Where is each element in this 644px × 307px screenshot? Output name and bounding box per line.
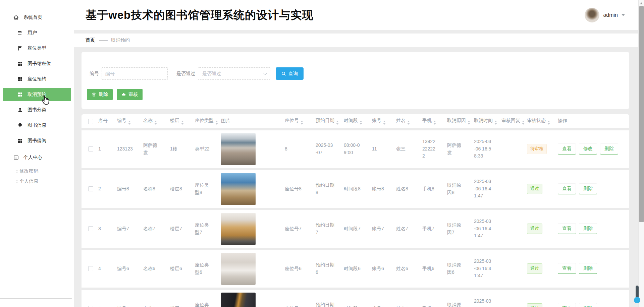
main-content: 基于web技术的图书馆管理系统的设计与实现 admin 首页 —— 取消预约 编… bbox=[74, 0, 638, 307]
sidebar-item-book-category[interactable]: 图书分类 bbox=[3, 103, 71, 117]
delete-row-button[interactable]: 删除 bbox=[579, 303, 597, 307]
seat-image[interactable] bbox=[221, 253, 256, 285]
cell-reason: 取消原因6 bbox=[445, 249, 472, 289]
sidebar-item-personal-center[interactable]: 个人中心 bbox=[3, 151, 71, 164]
vertical-scrollbar[interactable] bbox=[638, 0, 644, 307]
seat-image[interactable] bbox=[221, 173, 256, 205]
scrollbar-thumb[interactable] bbox=[639, 6, 644, 222]
delete-row-button[interactable]: 删除 bbox=[579, 223, 597, 234]
cell-number: 编号6 bbox=[115, 249, 141, 289]
cell-name: 名称6 bbox=[141, 249, 168, 289]
view-row-button[interactable]: 查看 bbox=[558, 263, 576, 274]
sidebar-item-label: 系统首页 bbox=[23, 14, 42, 20]
col-header-label: 操作 bbox=[558, 118, 567, 123]
user-menu[interactable]: admin bbox=[585, 8, 625, 22]
sidebar-item-seat-reservation[interactable]: 座位预约 bbox=[3, 72, 71, 86]
row-checkbox[interactable] bbox=[88, 146, 93, 151]
view-row-button[interactable]: 查看 bbox=[558, 143, 576, 155]
edit-row-button[interactable]: 修改 bbox=[579, 143, 597, 155]
sort-icon[interactable] bbox=[128, 121, 131, 125]
sort-icon[interactable] bbox=[407, 121, 410, 125]
cell-reason: 取消原因7 bbox=[445, 209, 472, 249]
seat-image[interactable] bbox=[221, 293, 256, 307]
sort-icon[interactable] bbox=[360, 121, 362, 125]
col-header-cancel_time: 取消时间 bbox=[472, 114, 499, 129]
sort-icon[interactable] bbox=[336, 121, 339, 125]
seat-image[interactable] bbox=[221, 213, 256, 245]
sort-icon[interactable] bbox=[547, 121, 550, 125]
sidebar-item-home[interactable]: 系统首页 bbox=[3, 11, 71, 24]
cell-status: 待审核 bbox=[525, 129, 556, 169]
cell-image bbox=[219, 289, 283, 307]
cell-select bbox=[82, 289, 96, 307]
col-header-label: 时间段 bbox=[344, 118, 358, 123]
col-header-phone: 手机 bbox=[420, 114, 445, 129]
sort-icon[interactable] bbox=[215, 121, 218, 125]
breadcrumb-home[interactable]: 首页 bbox=[86, 37, 95, 43]
cell-cancel_time: 2025-03-06 16:41:47 bbox=[472, 169, 499, 209]
cell-phone: 手机8 bbox=[420, 169, 445, 209]
audit-button[interactable]: 审核 bbox=[117, 89, 143, 100]
sidebar-item-book-borrow[interactable]: 图书借阅 bbox=[3, 134, 71, 147]
sort-icon[interactable] bbox=[494, 121, 497, 125]
scroll-up-arrow-icon[interactable] bbox=[640, 2, 643, 4]
audit-button-label: 审核 bbox=[128, 91, 138, 98]
col-header-label: 座位类型 bbox=[195, 118, 214, 123]
cell-reply bbox=[499, 209, 525, 249]
view-row-button[interactable]: 查看 bbox=[558, 303, 576, 307]
sidebar-item-users[interactable]: 用户 bbox=[3, 26, 71, 40]
avatar[interactable] bbox=[585, 8, 599, 22]
sidebar-item-library-seats[interactable]: 图书馆座位 bbox=[3, 57, 71, 70]
cell-status: 通过 bbox=[525, 169, 556, 209]
cell-index: 2 bbox=[96, 169, 115, 209]
delete-row-button[interactable]: 删除 bbox=[579, 183, 597, 194]
table-header-row: 序号编号名称楼层座位类型图片座位号预约日期时间段账号姓名手机取消原因取消时间审核… bbox=[82, 114, 629, 129]
cell-date: 预约日期7 bbox=[314, 209, 342, 249]
sidebar-item-book-info[interactable]: 图书信息 bbox=[3, 119, 71, 132]
sidebar-scrollbar[interactable] bbox=[0, 298, 72, 299]
cell-cancel_time: 2025-03-06 16:41:47 bbox=[472, 249, 499, 289]
sort-icon[interactable] bbox=[468, 121, 470, 125]
cell-seat_no: 8 bbox=[283, 129, 314, 169]
sidebar-item-change-password[interactable]: 修改密码 bbox=[3, 166, 71, 176]
cell-reply bbox=[499, 289, 525, 307]
query-button[interactable]: 查询 bbox=[276, 67, 304, 80]
cell-account: 账号5 bbox=[370, 289, 394, 307]
delete-button[interactable]: 删除 bbox=[87, 89, 113, 100]
sort-icon[interactable] bbox=[383, 121, 386, 125]
row-checkbox[interactable] bbox=[88, 266, 93, 271]
sort-icon[interactable] bbox=[301, 121, 303, 125]
seat-image[interactable] bbox=[221, 133, 256, 165]
view-row-button[interactable]: 查看 bbox=[558, 183, 576, 194]
sort-icon[interactable] bbox=[522, 121, 525, 125]
sort-icon[interactable] bbox=[181, 121, 184, 125]
col-header-label: 楼层 bbox=[170, 118, 179, 123]
cell-select bbox=[82, 129, 96, 169]
sidebar-item-personal-info[interactable]: 个人信息 bbox=[3, 176, 71, 186]
breadcrumb: 首页 —— 取消预约 bbox=[74, 34, 638, 47]
cell-name: 阿萨德发 bbox=[141, 129, 168, 169]
sort-icon[interactable] bbox=[154, 121, 157, 125]
select-all-checkbox[interactable] bbox=[88, 119, 93, 124]
cell-cancel_time: 2025-03-06 16:41:47 bbox=[472, 289, 499, 307]
cell-time: 08:00-09:00 bbox=[342, 129, 370, 169]
cell-time: 时间段6 bbox=[342, 249, 370, 289]
pass-label: 是否通过 bbox=[176, 71, 195, 77]
cell-date: 2025-03-07 bbox=[314, 129, 342, 169]
cell-status: 通过 bbox=[525, 209, 556, 249]
row-checkbox[interactable] bbox=[88, 226, 93, 231]
delete-row-button[interactable]: 删除 bbox=[600, 143, 618, 155]
sort-icon[interactable] bbox=[433, 121, 436, 125]
sidebar-item-cancel-reservation[interactable]: 取消预约 bbox=[3, 88, 71, 101]
search-panel: 编号 是否通过 是否通过 查询 bbox=[82, 52, 629, 109]
pass-select[interactable]: 是否通过 bbox=[198, 67, 270, 80]
delete-row-button[interactable]: 删除 bbox=[579, 263, 597, 274]
sidebar-item-label: 取消预约 bbox=[28, 91, 46, 98]
sidebar-item-seat-type[interactable]: 座位类型 bbox=[3, 42, 71, 55]
row-checkbox[interactable] bbox=[88, 186, 93, 191]
cell-actions: 查看删除 bbox=[556, 289, 629, 307]
list-icon bbox=[17, 30, 23, 36]
id-input[interactable] bbox=[102, 67, 168, 80]
view-row-button[interactable]: 查看 bbox=[558, 223, 576, 234]
cell-index: 5 bbox=[96, 289, 115, 307]
